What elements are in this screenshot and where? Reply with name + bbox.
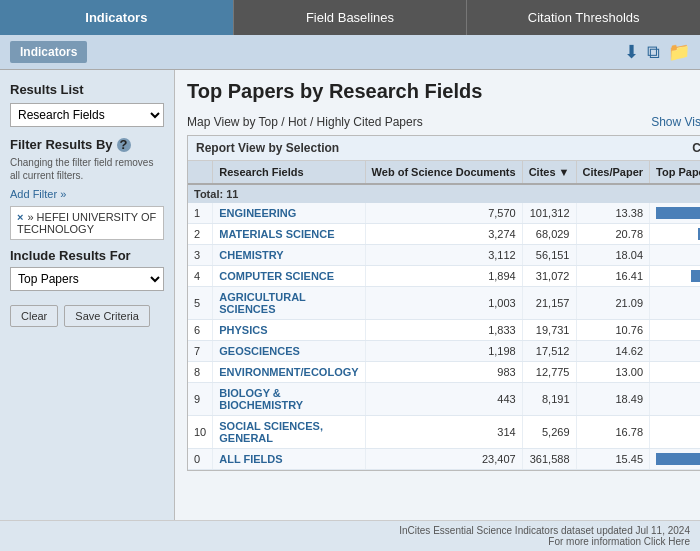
tab-field-baselines[interactable]: Field Baselines bbox=[234, 0, 468, 35]
toolbar-icons: ⬇ ⧉ 📁 bbox=[624, 43, 690, 61]
field-link[interactable]: BIOLOGY & BIOCHEMISTRY bbox=[219, 387, 303, 411]
field-link[interactable]: AGRICULTURAL SCIENCES bbox=[219, 291, 305, 315]
bar-visual bbox=[691, 270, 700, 282]
row-wos: 314 bbox=[365, 416, 522, 449]
row-cites: 8,191 bbox=[522, 383, 576, 416]
bar-cell: 26 bbox=[656, 297, 700, 309]
field-link[interactable]: ALL FIELDS bbox=[219, 453, 282, 465]
results-list-select[interactable]: Research Fields bbox=[10, 103, 164, 127]
include-results-select[interactable]: Top Papers bbox=[10, 267, 164, 291]
bar-cell: 34 bbox=[656, 228, 700, 240]
main-area: Results List Research Fields Filter Resu… bbox=[0, 70, 700, 520]
row-num: 10 bbox=[188, 416, 213, 449]
row-cpp: 20.78 bbox=[576, 224, 650, 245]
row-top: 19 bbox=[650, 416, 700, 449]
filter-tag: ×» HEFEI UNIVERSITY OF TECHNOLOGY bbox=[10, 206, 164, 240]
field-link[interactable]: GEOSCIENCES bbox=[219, 345, 300, 357]
row-field: BIOLOGY & BIOCHEMISTRY bbox=[213, 383, 365, 416]
row-wos: 983 bbox=[365, 362, 522, 383]
tab-citation-thresholds[interactable]: Citation Thresholds bbox=[467, 0, 700, 35]
col-header-top: Top Papers bbox=[650, 161, 700, 184]
table-header-row: Research Fields Web of Science Documents… bbox=[188, 161, 700, 184]
row-field: PHYSICS bbox=[213, 320, 365, 341]
clear-button[interactable]: Clear bbox=[10, 305, 58, 327]
row-cites: 19,731 bbox=[522, 320, 576, 341]
table-row: 9 BIOLOGY & BIOCHEMISTRY 443 8,191 18.49… bbox=[188, 383, 700, 416]
row-wos: 1,894 bbox=[365, 266, 522, 287]
row-field: GEOSCIENCES bbox=[213, 341, 365, 362]
row-cpp: 18.49 bbox=[576, 383, 650, 416]
bar-cell: 86 bbox=[656, 207, 700, 219]
row-cpp: 14.62 bbox=[576, 341, 650, 362]
row-field: MATERIALS SCIENCE bbox=[213, 224, 365, 245]
row-field: CHEMISTRY bbox=[213, 245, 365, 266]
row-top: 287 bbox=[650, 449, 700, 470]
row-wos: 3,274 bbox=[365, 224, 522, 245]
tab-indicators[interactable]: Indicators bbox=[0, 0, 234, 35]
row-field: COMPUTER SCIENCE bbox=[213, 266, 365, 287]
customize-button[interactable]: Customize bbox=[692, 141, 700, 155]
bar-visual bbox=[656, 207, 700, 219]
row-num: 1 bbox=[188, 203, 213, 224]
report-view-label: Report View by Selection bbox=[196, 141, 339, 155]
row-cites: 5,269 bbox=[522, 416, 576, 449]
field-link[interactable]: COMPUTER SCIENCE bbox=[219, 270, 334, 282]
row-top: 10 bbox=[650, 341, 700, 362]
col-header-num bbox=[188, 161, 213, 184]
bar-cell: 2 bbox=[656, 393, 700, 405]
total-label: Total: 11 bbox=[188, 184, 365, 203]
results-table: Research Fields Web of Science Documents… bbox=[188, 161, 700, 470]
row-num: 9 bbox=[188, 383, 213, 416]
row-cpp: 10.76 bbox=[576, 320, 650, 341]
table-row: 2 MATERIALS SCIENCE 3,274 68,029 20.78 3… bbox=[188, 224, 700, 245]
col-header-cites[interactable]: Cites ▼ bbox=[522, 161, 576, 184]
row-num: 7 bbox=[188, 341, 213, 362]
copy-icon[interactable]: ⧉ bbox=[647, 43, 660, 61]
field-link[interactable]: ENGINEERING bbox=[219, 207, 296, 219]
row-field: AGRICULTURAL SCIENCES bbox=[213, 287, 365, 320]
row-cpp: 21.09 bbox=[576, 287, 650, 320]
remove-filter-icon[interactable]: × bbox=[17, 211, 23, 223]
map-view-bar: Map View by Top / Hot / Highly Cited Pap… bbox=[187, 115, 700, 129]
download-icon[interactable]: ⬇ bbox=[624, 43, 639, 61]
field-link[interactable]: PHYSICS bbox=[219, 324, 267, 336]
bar-cell: 10 bbox=[656, 345, 700, 357]
results-list-label: Results List bbox=[10, 82, 164, 97]
row-field: SOCIAL SCIENCES, GENERAL bbox=[213, 416, 365, 449]
map-view-text: Map View by Top / Hot / Highly Cited Pap… bbox=[187, 115, 423, 129]
add-filter-link[interactable]: Add Filter » bbox=[10, 188, 164, 200]
second-bar: Indicators ⬇ ⧉ 📁 bbox=[0, 35, 700, 70]
action-buttons: Clear Save Criteria bbox=[10, 305, 164, 327]
field-link[interactable]: MATERIALS SCIENCE bbox=[219, 228, 334, 240]
table-row: 6 PHYSICS 1,833 19,731 10.76 14 bbox=[188, 320, 700, 341]
filter-results-label: Filter Results By bbox=[10, 137, 113, 152]
row-field: ALL FIELDS bbox=[213, 449, 365, 470]
row-cites: 56,151 bbox=[522, 245, 576, 266]
field-link[interactable]: CHEMISTRY bbox=[219, 249, 283, 261]
row-num: 3 bbox=[188, 245, 213, 266]
row-top: 23 bbox=[650, 245, 700, 266]
col-header-cpp: Cites/Paper bbox=[576, 161, 650, 184]
row-wos: 7,570 bbox=[365, 203, 522, 224]
help-icon[interactable]: ? bbox=[117, 138, 131, 152]
include-results-label: Include Results For bbox=[10, 248, 164, 263]
show-visualization-btn[interactable]: Show Visualization + bbox=[651, 115, 700, 129]
filter-header: Filter Results By ? bbox=[10, 137, 164, 152]
filter-note: Changing the filter field removes all cu… bbox=[10, 156, 164, 182]
row-top: 86 bbox=[650, 203, 700, 224]
field-link[interactable]: ENVIRONMENT/ECOLOGY bbox=[219, 366, 358, 378]
row-num: 6 bbox=[188, 320, 213, 341]
row-num: 2 bbox=[188, 224, 213, 245]
save-criteria-button[interactable]: Save Criteria bbox=[64, 305, 150, 327]
row-field: ENVIRONMENT/ECOLOGY bbox=[213, 362, 365, 383]
row-top: 4 bbox=[650, 362, 700, 383]
footer-line1: InCites Essential Science Indicators dat… bbox=[10, 525, 690, 536]
row-top: 34 bbox=[650, 224, 700, 245]
folder-icon[interactable]: 📁 bbox=[668, 43, 690, 61]
row-wos: 443 bbox=[365, 383, 522, 416]
sidebar: Results List Research Fields Filter Resu… bbox=[0, 70, 175, 520]
section-label: Indicators bbox=[10, 41, 87, 63]
field-link[interactable]: SOCIAL SCIENCES, GENERAL bbox=[219, 420, 323, 444]
table-row: 0 ALL FIELDS 23,407 361,588 15.45 287 bbox=[188, 449, 700, 470]
table-row: 8 ENVIRONMENT/ECOLOGY 983 12,775 13.00 4 bbox=[188, 362, 700, 383]
